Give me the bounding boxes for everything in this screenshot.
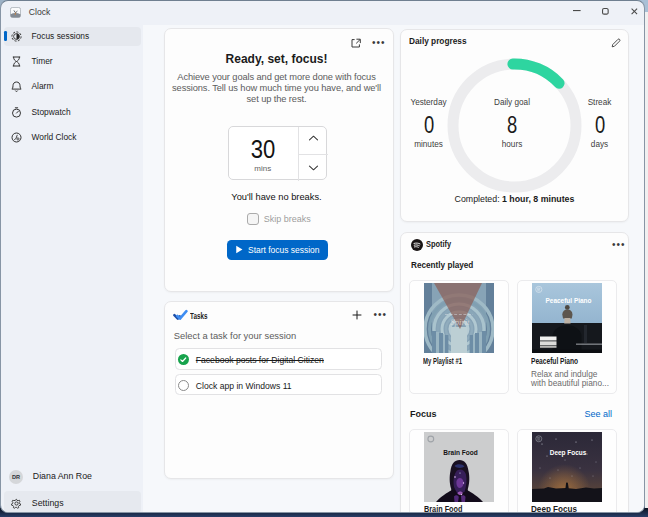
svg-text:Spirit: Spirit (451, 317, 471, 327)
svg-text:Peaceful Piano: Peaceful Piano (546, 296, 592, 305)
svg-text:Brain Food: Brain Food (443, 448, 478, 457)
svg-text:Deep Focus: Deep Focus (550, 448, 587, 457)
